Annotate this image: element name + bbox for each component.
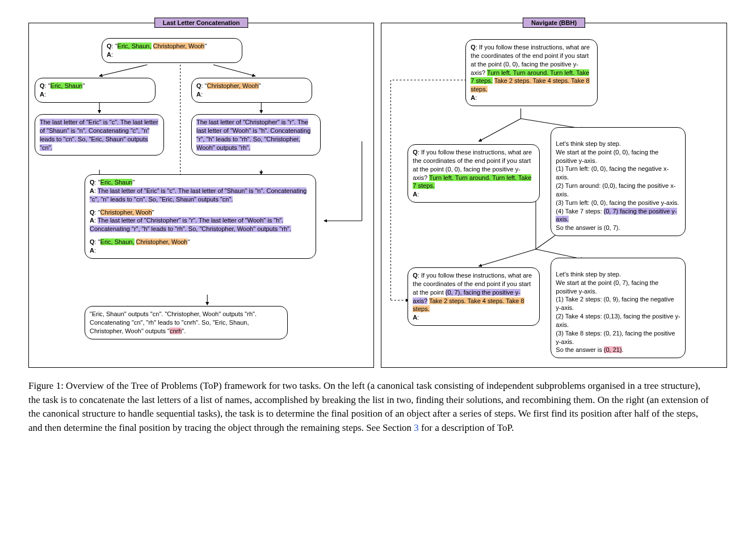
box-child-right: Q: "Christopher, Wooh" A: <box>191 78 312 103</box>
figure-caption: Figure 1: Overview of the Tree of Proble… <box>28 379 709 435</box>
figure-panels: Last Letter Concatenation <box>28 23 728 368</box>
box-leaf-left: The last letter of "Eric" is "c". The la… <box>35 114 164 156</box>
box-leaf-right: The last letter of "Christopher" is "r".… <box>191 114 321 156</box>
panel-left-title: Last Letter Concatenation <box>154 18 249 28</box>
box-nav-reason2: Let's think step by step. We start at th… <box>551 258 686 358</box>
svg-line-12 <box>479 119 521 141</box>
box-root-q: Q: "Eric, Shaun, Christopher, Wooh" A: <box>102 38 242 63</box>
panel-left: Last Letter Concatenation <box>28 23 374 368</box>
box-nav-sub2: Q: If you follow these instructions, wha… <box>408 267 540 326</box>
box-merge: Q: "Eric, Shaun" A: The last letter of "… <box>85 174 316 259</box>
box-child-left: Q: "Eric, Shaun" A: <box>35 78 156 103</box>
section-link[interactable]: 3 <box>414 422 419 433</box>
svg-line-15 <box>479 249 536 266</box>
box-nav-root: Q: If you follow these instructions, wha… <box>465 39 598 106</box>
box-nav-sub1: Q: If you follow these instructions, wha… <box>408 144 540 203</box>
panel-right-title: Navigate (BBH) <box>523 18 585 28</box>
box-final-answer: "Eric, Shaun" outputs "cn". "Christopher… <box>85 306 288 339</box>
box-nav-reason1: Let's think step by step. We start at th… <box>551 127 686 236</box>
panel-right: Navigate (BBH) <box>381 23 726 368</box>
svg-line-1 <box>213 65 255 76</box>
svg-line-0 <box>99 65 147 76</box>
